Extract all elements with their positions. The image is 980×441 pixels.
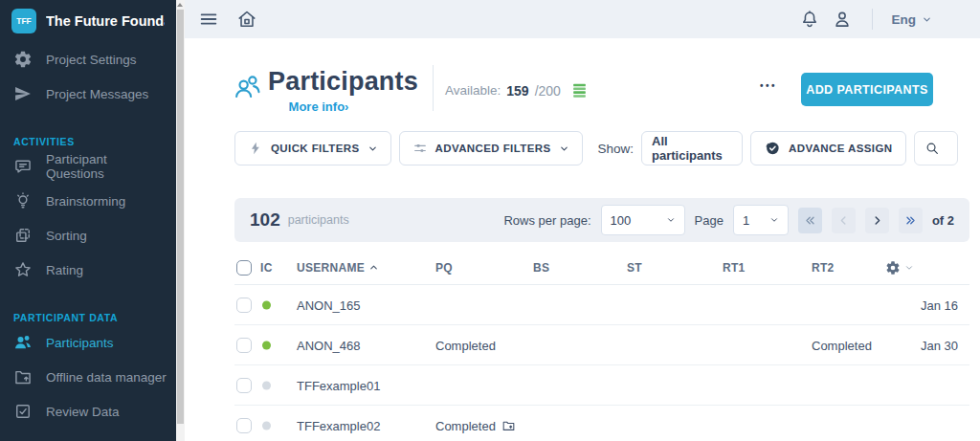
more-actions-button[interactable]: ••• [760, 80, 777, 91]
column-settings-button[interactable] [885, 260, 914, 276]
column-header-st[interactable]: ST [627, 261, 642, 275]
chevrons-left-icon [804, 214, 816, 227]
sidebar-item-brainstorming[interactable]: Brainstorming [0, 184, 176, 218]
sidebar-scrollbar[interactable] [176, 0, 185, 441]
sidebar-item-sorting[interactable]: Sorting [0, 218, 176, 253]
rows-per-page-label: Rows per page: [503, 213, 590, 228]
scrollbar-up-arrow[interactable] [177, 3, 183, 7]
folder-export-icon [501, 418, 516, 432]
row-checkbox[interactable] [236, 418, 252, 433]
column-header-ic[interactable]: IC [260, 261, 273, 275]
quick-filters-button[interactable]: QUICK FILTERS [234, 131, 391, 165]
ic-status-dot [262, 300, 271, 309]
rows-per-page-select[interactable]: 100 [601, 205, 685, 235]
sidebar-item-offline-data-manager[interactable]: Offline data manager [0, 360, 176, 394]
page-title: Participants [268, 67, 418, 97]
advance-assign-label: ADVANCE ASSIGN [789, 143, 892, 154]
date-cell: Jan 30 [921, 338, 958, 352]
people-fill-icon [13, 333, 33, 352]
more-info-link[interactable]: More info› [261, 99, 376, 114]
advance-assign-button[interactable]: ADVANCE ASSIGN [750, 131, 905, 165]
select-all-checkbox[interactable] [236, 260, 252, 276]
available-counter: Available: 159 /200 [445, 81, 589, 99]
column-header-bs[interactable]: BS [533, 261, 549, 275]
topbar-divider [872, 9, 873, 30]
sidebar-item-review-data[interactable]: Review Data [0, 394, 176, 429]
table-row[interactable]: ANON_468CompletedCompletedJan 30 [234, 325, 969, 365]
table-row[interactable]: TFFexample01 [234, 365, 969, 406]
sidebar-item-label: Project Messages [46, 87, 148, 101]
check-square-icon [13, 402, 33, 421]
topbar: Eng [185, 0, 980, 38]
workspace-logo: TFF [11, 9, 36, 33]
sort-ascending-icon [368, 262, 379, 273]
bulb-icon [13, 191, 33, 210]
sidebar-item-label: Offline data manager [46, 370, 167, 385]
row-checkbox[interactable] [236, 298, 252, 313]
sidebar-item-participant-questions[interactable]: Participant Questions [0, 149, 176, 184]
sidebar-item-rating[interactable]: Rating [0, 253, 176, 287]
comment-icon [13, 157, 33, 176]
chevron-down-icon [368, 143, 378, 154]
chevron-down-icon [769, 215, 779, 225]
scrollbar-thumb[interactable] [177, 10, 184, 424]
username-cell: TFFexample02 [297, 418, 380, 432]
user-profile-icon[interactable] [832, 9, 853, 30]
quick-filters-label: QUICK FILTERS [271, 143, 360, 154]
workspace-header[interactable]: TFF The Future Founda... [0, 0, 176, 42]
page-value: 1 [743, 213, 749, 228]
row-checkbox[interactable] [236, 338, 252, 353]
search-participants-box[interactable] [914, 131, 958, 165]
pagination-bar: 102 participants Rows per page: 100 Page… [234, 198, 969, 242]
show-participants-select[interactable]: All participants [641, 131, 743, 165]
sidebar-nav: Project SettingsProject MessagesACTIVITI… [0, 42, 176, 429]
row-checkbox[interactable] [236, 378, 252, 393]
column-header-pq[interactable]: PQ [435, 261, 453, 275]
table-body: ANON_165Jan 16ANON_468CompletedCompleted… [234, 285, 969, 441]
show-participants-value: All participants [652, 134, 723, 163]
column-header-username[interactable]: USERNAME [297, 261, 379, 275]
language-label: Eng [892, 12, 917, 27]
sidebar-section-activities: ACTIVITIES [0, 134, 176, 149]
last-page-button[interactable] [899, 208, 923, 233]
sidebar-item-project-messages[interactable]: Project Messages [0, 77, 176, 111]
available-total: /200 [535, 83, 561, 99]
username-cell: TFFexample01 [297, 378, 380, 392]
star-icon [13, 260, 33, 279]
language-selector[interactable]: Eng [892, 12, 933, 27]
hamburger-menu-icon[interactable] [198, 9, 219, 30]
main-area: Eng Participants More info› Available: 1… [185, 0, 980, 441]
pq-status-cell: Completed [435, 418, 516, 432]
page-of-label: of 2 [932, 213, 954, 228]
rows-per-page-value: 100 [611, 213, 632, 228]
sidebar-item-label: Review Data [46, 405, 120, 419]
lightning-bolt-icon [248, 141, 263, 156]
date-cell: Jan 16 [921, 298, 958, 312]
first-page-button[interactable] [798, 208, 822, 233]
available-count: 159 [506, 83, 528, 99]
workspace-title: The Future Founda... [46, 13, 165, 29]
column-header-rt1[interactable]: RT1 [723, 261, 746, 275]
page-select[interactable]: 1 [733, 205, 789, 235]
participants-icon [233, 73, 261, 101]
home-icon[interactable] [236, 9, 257, 30]
participants-count: 102 [250, 209, 280, 231]
sidebar: TFF The Future Founda... Project Setting… [0, 0, 176, 441]
notifications-bell-icon[interactable] [799, 9, 820, 30]
next-page-button[interactable] [865, 208, 889, 233]
advanced-filters-label: ADVANCED FILTERS [435, 143, 551, 154]
ic-status-dot [262, 381, 271, 389]
advanced-filters-button[interactable]: ADVANCED FILTERS [399, 131, 583, 165]
sidebar-item-label: Participant Questions [46, 152, 167, 181]
sidebar-item-project-settings[interactable]: Project Settings [0, 42, 176, 77]
content: Participants More info› Available: 159 /… [185, 38, 980, 441]
participants-count-label: participants [288, 213, 349, 227]
column-header-rt2[interactable]: RT2 [812, 261, 835, 275]
sidebar-item-participants[interactable]: Participants [0, 325, 176, 360]
table-row[interactable]: TFFexample02Completed [234, 406, 969, 441]
table-row[interactable]: ANON_165Jan 16 [234, 285, 969, 325]
previous-page-button[interactable] [832, 208, 856, 233]
sliders-icon [412, 141, 428, 156]
rt2-status-cell: Completed [812, 338, 872, 352]
add-participants-button[interactable]: ADD PARTICIPANTS [801, 73, 933, 106]
